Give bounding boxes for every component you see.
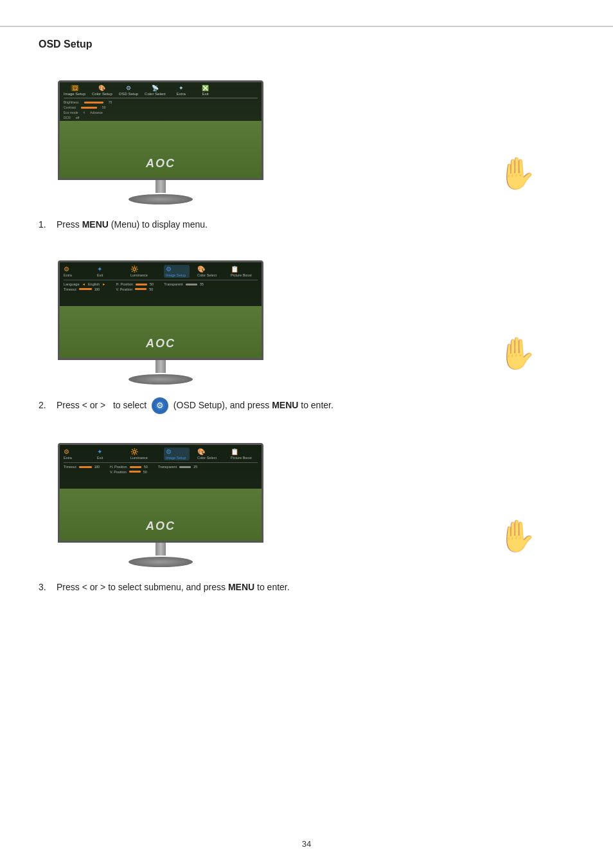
step-2-number: 2. — [39, 398, 53, 412]
monitor-1-stand — [58, 180, 263, 204]
step-3-number: 3. — [39, 580, 53, 594]
section-2: ⚙ Extra ✦ Exit 🔆 Luminance — [39, 249, 574, 414]
monitor-3-screen: ⚙ Extra ✦ Exit 🔆 Luminance — [58, 443, 263, 543]
monitor-2-wrap: ⚙ Extra ✦ Exit 🔆 Luminance — [58, 260, 263, 384]
page-title: OSD Setup — [39, 39, 574, 50]
aoc-logo-2: AOC — [146, 337, 175, 350]
osd-submenu-overlay: ⚙ Extra ✦ Exit 🔆 Luminance — [60, 445, 262, 489]
monitor-3-container: ⚙ Extra ✦ Exit 🔆 Luminance — [39, 432, 574, 567]
monitor-3-stand — [58, 543, 263, 567]
osd-setup-icon — [152, 397, 168, 414]
section-1: 🖼 Image Setup 🎨 Color Setup ⚙ OSD Setup — [39, 69, 574, 231]
aoc-logo-1: AOC — [146, 157, 175, 170]
osd-main-menu: 🖼 Image Setup 🎨 Color Setup ⚙ OSD Setup — [60, 82, 262, 121]
step-1-text: Press MENU (Menu) to display menu. — [57, 217, 574, 231]
step-3-text: Press < or > to select submenu, and pres… — [57, 580, 574, 594]
section-3: ⚙ Extra ✦ Exit 🔆 Luminance — [39, 432, 574, 594]
monitor-2-screen: ⚙ Extra ✦ Exit 🔆 Luminance — [58, 260, 263, 360]
monitor-3-wrap: ⚙ Extra ✦ Exit 🔆 Luminance — [58, 443, 263, 567]
step-2: 2. Press < or > to select (OSD Setup), a… — [39, 397, 574, 414]
step-1: 1. Press MENU (Menu) to display menu. — [39, 217, 574, 231]
monitor-1-screen: 🖼 Image Setup 🎨 Color Setup ⚙ OSD Setup — [58, 80, 263, 180]
osd-setup-overlay: ⚙ Extra ✦ Exit 🔆 Luminance — [60, 262, 262, 306]
hand-icon-3: 🤚 — [497, 518, 536, 554]
aoc-logo-3: AOC — [146, 520, 175, 533]
monitor-2-stand — [58, 360, 263, 384]
monitor-2-container: ⚙ Extra ✦ Exit 🔆 Luminance — [39, 249, 574, 384]
top-divider — [0, 26, 613, 27]
step-2-text: Press < or > to select (OSD Setup), and … — [57, 397, 574, 414]
monitor-1-container: 🖼 Image Setup 🎨 Color Setup ⚙ OSD Setup — [39, 69, 574, 204]
page-number: 34 — [302, 839, 311, 849]
hand-icon-1: 🤚 — [497, 156, 536, 192]
hand-icon-2: 🤚 — [497, 336, 536, 372]
step-3: 3. Press < or > to select submenu, and p… — [39, 580, 574, 594]
step-1-number: 1. — [39, 217, 53, 231]
monitor-1-wrap: 🖼 Image Setup 🎨 Color Setup ⚙ OSD Setup — [58, 80, 263, 204]
